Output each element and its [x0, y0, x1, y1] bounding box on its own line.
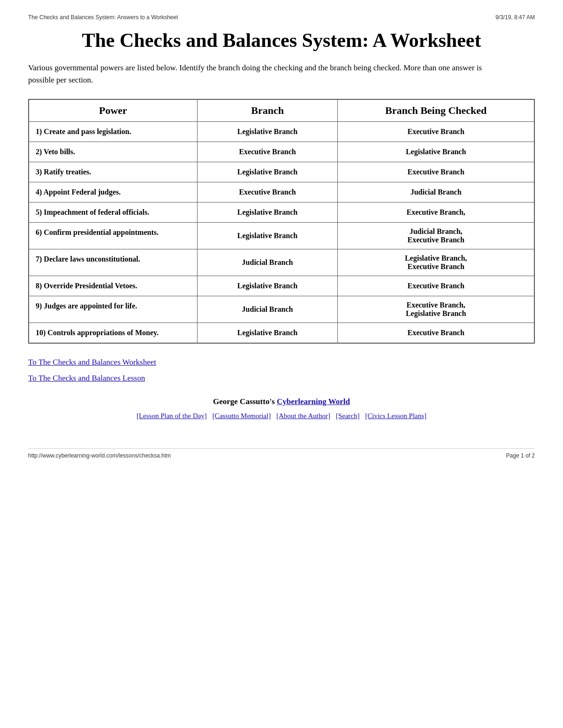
footer-nav-link[interactable]: [Civics Lesson Plans]: [365, 412, 426, 420]
checked-cell: Executive Branch: [338, 162, 534, 182]
power-cell: 6) Confirm presidential appointments.: [29, 223, 197, 249]
page-number: Page 1 of 2: [506, 452, 535, 459]
checked-cell: Executive Branch: [338, 323, 534, 344]
footer-nav-link[interactable]: [About the Author]: [276, 412, 330, 420]
links-section: To The Checks and Balances Worksheet To …: [28, 358, 535, 383]
checked-cell: Executive Branch,Legislative Branch: [338, 296, 534, 323]
cyberlearning-link[interactable]: Cyberlearning World: [277, 397, 350, 406]
checked-cell: Judicial Branch,Executive Branch: [338, 223, 534, 249]
link-lesson[interactable]: To The Checks and Balances Lesson: [28, 374, 535, 383]
table-row: 10) Controls appropriations of Money.Leg…: [29, 323, 534, 344]
branch-cell: Executive Branch: [197, 182, 337, 203]
power-cell: 4) Appoint Federal judges.: [29, 182, 197, 203]
branch-cell: Legislative Branch: [197, 122, 337, 142]
table-row: 9) Judges are appointed for life.Judicia…: [29, 296, 534, 323]
browser-tab-title: The Checks and Balances System: Answers …: [28, 14, 178, 21]
branch-cell: Executive Branch: [197, 142, 337, 162]
table-row: 7) Declare laws unconstitutional.Judicia…: [29, 249, 534, 276]
col-header-checked: Branch Being Checked: [338, 99, 534, 122]
table-row: 5) Impeachment of federal officials.Legi…: [29, 203, 534, 223]
branch-cell: Legislative Branch: [197, 203, 337, 223]
table-row: 8) Override Presidential Vetoes.Legislat…: [29, 276, 534, 296]
checked-cell: Executive Branch,: [338, 203, 534, 223]
table-row: 2) Veto bills.Executive BranchLegislativ…: [29, 142, 534, 162]
table-row: 3) Ratify treaties.Legislative BranchExe…: [29, 162, 534, 182]
branch-cell: Legislative Branch: [197, 276, 337, 296]
power-cell: 7) Declare laws unconstitutional.: [29, 249, 197, 276]
page-container: The Checks and Balances System: Answers …: [0, 0, 563, 728]
branch-cell: Judicial Branch: [197, 296, 337, 323]
power-cell: 5) Impeachment of federal officials.: [29, 203, 197, 223]
branch-cell: Legislative Branch: [197, 162, 337, 182]
table-header-row: Power Branch Branch Being Checked: [29, 99, 534, 122]
footer-author: George Cassutto's Cyberlearning World: [28, 397, 535, 406]
footer-nav-link[interactable]: [Cassutto Memorial]: [213, 412, 271, 420]
checked-cell: Judicial Branch: [338, 182, 534, 203]
footer-url: http://www.cyberlearning-world.com/lesso…: [28, 452, 171, 459]
main-title: The Checks and Balances System: A Worksh…: [28, 29, 535, 52]
table-row: 4) Appoint Federal judges.Executive Bran…: [29, 182, 534, 203]
page-footer: http://www.cyberlearning-world.com/lesso…: [28, 448, 535, 459]
checked-cell: Executive Branch: [338, 276, 534, 296]
branch-cell: Legislative Branch: [197, 323, 337, 344]
col-header-power: Power: [29, 99, 197, 122]
checked-cell: Legislative Branch,Executive Branch: [338, 249, 534, 276]
power-cell: 1) Create and pass legislation.: [29, 122, 197, 142]
branch-cell: Legislative Branch: [197, 223, 337, 249]
branch-cell: Judicial Branch: [197, 249, 337, 276]
intro-paragraph: Various governmental powers are listed b…: [28, 62, 497, 86]
col-header-branch: Branch: [197, 99, 337, 122]
checks-balances-table: Power Branch Branch Being Checked 1) Cre…: [28, 99, 535, 344]
power-cell: 2) Veto bills.: [29, 142, 197, 162]
table-row: 6) Confirm presidential appointments.Leg…: [29, 223, 534, 249]
browser-datetime: 9/3/19, 8:47 AM: [495, 14, 535, 21]
checked-cell: Executive Branch: [338, 122, 534, 142]
footer-nav-link[interactable]: [Search]: [336, 412, 360, 420]
footer-nav: [Lesson Plan of the Day] [Cassutto Memor…: [28, 412, 535, 420]
table-row: 1) Create and pass legislation.Legislati…: [29, 122, 534, 142]
power-cell: 3) Ratify treaties.: [29, 162, 197, 182]
link-worksheet[interactable]: To The Checks and Balances Worksheet: [28, 358, 535, 367]
checked-cell: Legislative Branch: [338, 142, 534, 162]
author-text: George Cassutto's: [213, 397, 277, 406]
footer-section: George Cassutto's Cyberlearning World [L…: [28, 397, 535, 420]
power-cell: 9) Judges are appointed for life.: [29, 296, 197, 323]
power-cell: 8) Override Presidential Vetoes.: [29, 276, 197, 296]
power-cell: 10) Controls appropriations of Money.: [29, 323, 197, 344]
browser-bar: The Checks and Balances System: Answers …: [28, 14, 535, 21]
footer-nav-link[interactable]: [Lesson Plan of the Day]: [137, 412, 207, 420]
